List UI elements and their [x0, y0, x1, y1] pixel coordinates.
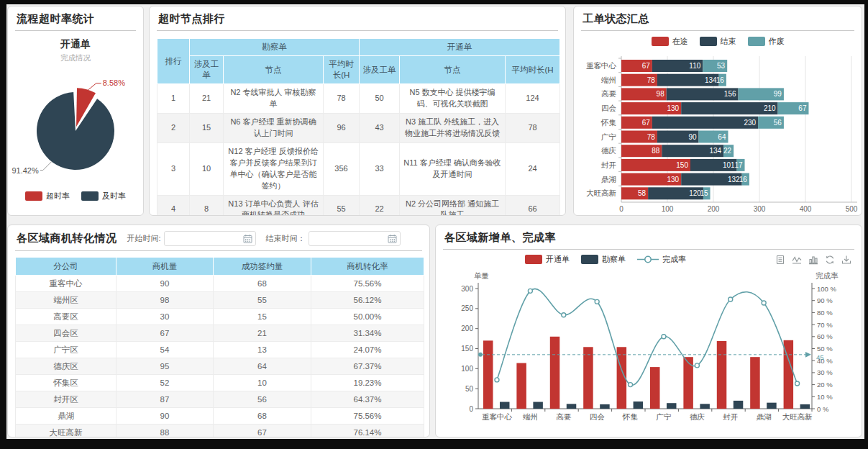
legend-label: 及时率 [102, 191, 126, 201]
rank-table-cell: 124 [506, 84, 560, 114]
panel-timeout-node-ranking: 超时节点排行 排行 勘察单 开通单 涉及工单 节点 平均时长(H 涉及工单 节点 [149, 6, 566, 216]
rank-table-cell: 1 [157, 84, 190, 114]
bar-勘察单[interactable] [567, 404, 577, 409]
segment-value-label: 64 [718, 133, 726, 141]
legend-item-作废[interactable]: 作废 [748, 36, 785, 47]
bar-勘察单[interactable] [800, 404, 810, 409]
segment-value-label: 16 [716, 76, 725, 84]
workorder-status-stacked-bar-chart[interactable]: 0100200300400500重客中心6711053端州7813416高要98… [574, 49, 860, 216]
bar-开通单[interactable] [650, 367, 660, 409]
bar-开通单[interactable] [750, 357, 760, 409]
stack-segment-结束[interactable] [652, 117, 758, 129]
legend-item-超时率[interactable]: 超时率 [25, 191, 70, 201]
date-filters: 开始时间: 结束时间： [127, 231, 421, 246]
legend-item-结束[interactable]: 结束 [700, 36, 736, 47]
end-time-input[interactable] [309, 231, 401, 246]
legend-swatch [652, 37, 669, 46]
right-axis-tick-label: 0 % [817, 405, 829, 413]
bar-开通单[interactable] [717, 341, 727, 409]
calendar-icon[interactable] [388, 234, 397, 244]
start-time-input[interactable] [164, 231, 256, 246]
bar-开通单[interactable] [550, 337, 560, 409]
bar-勘察单[interactable] [767, 403, 777, 409]
bar-开通单[interactable] [583, 347, 593, 409]
x-axis-tick-label: 0 [619, 205, 623, 213]
segment-value-label: 130 [667, 104, 680, 112]
line-data-point[interactable] [662, 335, 666, 339]
panel-header: 各区域新增单、完成率 [443, 225, 854, 250]
conversion-table-cell: 67.37% [311, 358, 424, 375]
segment-value-label: 101 [723, 161, 735, 169]
segment-value-label: 230 [744, 119, 756, 127]
rank-table-cell: 22 [360, 195, 400, 216]
left-axis-tick-label: 0 [469, 405, 473, 413]
x-axis-category-label: 重客中心 [482, 412, 513, 421]
line-data-point[interactable] [695, 363, 699, 368]
conversion-table-cell: 67 [214, 425, 311, 438]
col-group-open-order: 开通单 [360, 39, 560, 56]
legend-swatch [81, 191, 99, 201]
bar-勘察单[interactable] [634, 402, 644, 409]
calendar-icon[interactable] [243, 234, 252, 244]
bar-勘察单[interactable] [667, 403, 677, 409]
line-data-point[interactable] [795, 381, 800, 386]
conversion-table-cell: 13 [214, 342, 311, 358]
conversion-table-cell: 55 [214, 292, 311, 309]
legend-item-及时率[interactable]: 及时率 [81, 191, 126, 201]
conversion-table-cell: 24.07% [311, 342, 424, 358]
download-icon[interactable] [841, 255, 851, 265]
bar-chart-icon[interactable] [808, 255, 818, 265]
pie-slice-及时率[interactable] [37, 92, 114, 170]
right-axis-tick-label: 90 % [817, 296, 833, 304]
conversion-table-cell: 19.23% [311, 375, 424, 391]
refresh-icon[interactable] [825, 255, 835, 265]
timeout-node-ranking-table: 排行 勘察单 开通单 涉及工单 节点 平均时长(H 涉及工单 节点 平均时长(H… [157, 38, 560, 216]
line-data-point[interactable] [728, 297, 733, 301]
right-axis-name: 完成率 [816, 271, 839, 280]
pie-legend: 超时率及时率 [8, 186, 143, 204]
legend-item-在途[interactable]: 在途 [652, 36, 688, 47]
segment-value-label: 16 [739, 176, 748, 183]
legend-item-勘察单[interactable]: 勘察单 [581, 254, 626, 265]
line-data-point[interactable] [595, 299, 599, 304]
data-view-icon[interactable] [775, 255, 785, 265]
y-axis-category-label: 重客中心 [586, 61, 617, 70]
panel-process-timeout-rate: 流程超时率统计 开通单 完成情况 8.58%91.42% 超时率及时率 [7, 6, 144, 216]
bar-开通单[interactable] [516, 363, 526, 409]
rank-table-cell: 10 [190, 142, 224, 195]
col-header-rank: 排行 [157, 39, 190, 84]
rank-table-cell: 55 [324, 195, 360, 216]
line-data-point[interactable] [629, 383, 633, 387]
bar-勘察单[interactable] [700, 404, 710, 409]
line-data-point[interactable] [562, 313, 566, 317]
segment-value-label: 90 [688, 133, 697, 141]
start-time-label: 开始时间: [127, 233, 161, 244]
bar-勘察单[interactable] [500, 402, 510, 409]
bar-开通单[interactable] [483, 340, 493, 409]
bar-勘察单[interactable] [600, 404, 610, 409]
x-axis-category-label: 怀集 [622, 412, 639, 421]
col-header-signed: 成功签约量 [214, 258, 311, 276]
line-data-point[interactable] [528, 289, 532, 293]
legend-item-开通单[interactable]: 开通单 [525, 254, 570, 265]
legend-swatch [748, 37, 765, 46]
timeout-rate-pie-chart[interactable]: 8.58%91.42% [8, 65, 143, 186]
conversion-table-cell: 64.37% [311, 391, 424, 408]
segment-value-label: 98 [657, 90, 665, 98]
bar-勘察单[interactable] [533, 402, 543, 409]
new-orders-completion-combo-chart[interactable]: 单量完成率0501001502002503000 %10 %20 %30 %40… [436, 268, 859, 430]
legend-item-完成率[interactable]: 完成率 [637, 254, 686, 265]
line-data-point[interactable] [495, 378, 499, 382]
right-axis-tick-label: 100 % [817, 285, 836, 293]
dashboard-canvas: 流程超时率统计 开通单 完成情况 8.58%91.42% 超时率及时率 超时节点… [6, 4, 864, 439]
legend-label: 超时率 [46, 191, 70, 201]
conversion-table-cell: 87 [117, 391, 214, 408]
segment-value-label: 130 [667, 176, 680, 183]
line-data-point[interactable] [762, 301, 766, 305]
col-group-survey-order: 勘察单 [190, 39, 360, 56]
bar-勘察单[interactable] [734, 401, 743, 409]
segment-value-label: 67 [798, 104, 807, 112]
rank-table-row: 215N6 客户经理 重新协调确认上门时间9643N3 施工队 外线施工，进入物… [157, 113, 560, 142]
conversion-table-cell: 21 [214, 325, 311, 342]
line-chart-icon[interactable] [792, 255, 802, 265]
